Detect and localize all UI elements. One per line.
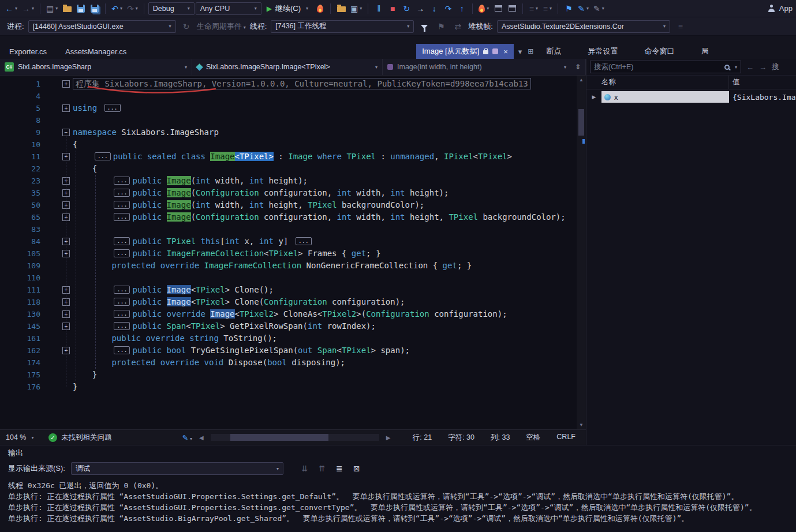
hot-reload-icon[interactable]: [313, 2, 326, 16]
member-dropdown[interactable]: Image(int width, int height) ▾ ⇕: [383, 59, 586, 75]
tool-window-tab[interactable]: 命令窗口: [644, 44, 674, 59]
search-next-icon[interactable]: →: [759, 63, 767, 72]
tool-window-tab[interactable]: 局: [701, 44, 708, 59]
search-box[interactable]: ▾: [590, 61, 741, 73]
pen-icon-1[interactable]: ✎▾: [576, 2, 591, 16]
bookmark-icon[interactable]: ⚑: [562, 2, 575, 16]
project-dropdown[interactable]: C# SixLabors.ImageSharp ▾: [0, 59, 192, 75]
tool-window-tab[interactable]: 断点: [546, 44, 561, 59]
pen-icon[interactable]: ✎▾: [182, 433, 193, 442]
value-column-header[interactable]: 值: [729, 77, 740, 87]
code-editor[interactable]: 1+程序集 SixLabors.ImageSharp, Version=1.0.…: [0, 76, 586, 429]
fold-toggle[interactable]: +: [62, 80, 70, 88]
forward-icon[interactable]: →▾: [20, 2, 36, 16]
collapsed-region[interactable]: ...: [114, 346, 130, 354]
status-space-mode[interactable]: 空格: [526, 433, 540, 443]
pause-icon[interactable]: ‖: [372, 2, 385, 16]
watch-name-cell[interactable]: x: [601, 91, 729, 103]
search-prev-icon[interactable]: ←: [746, 63, 754, 72]
watch-value-cell[interactable]: {SixLabors.Image: [729, 93, 796, 102]
expand-arrow-icon[interactable]: ▶: [586, 94, 601, 100]
goto-next-message-icon[interactable]: ⇊: [298, 462, 311, 475]
scrollbar-thumb[interactable]: [578, 109, 584, 136]
browse-folder-icon[interactable]: [335, 2, 347, 16]
document-health-indicator[interactable]: ✓ 未找到相关问题: [48, 433, 112, 443]
redo-icon[interactable]: ↷▾: [125, 2, 140, 16]
filter-icon[interactable]: [418, 20, 431, 33]
name-column-header[interactable]: 名称: [586, 76, 729, 89]
collapsed-region[interactable]: ...: [95, 152, 111, 160]
collapsed-region[interactable]: ...: [114, 201, 130, 209]
output-source-combo[interactable]: 调试 ▾: [71, 462, 283, 475]
status-col[interactable]: 列: 33: [491, 433, 510, 443]
split-editor-icon[interactable]: ⇕: [575, 63, 581, 71]
fold-toggle[interactable]: −: [62, 129, 70, 136]
stackframe-options-icon[interactable]: ≡: [674, 20, 687, 33]
lifecycle-refresh-icon[interactable]: ↻: [180, 20, 193, 33]
solution-platform-combo[interactable]: Any CPU▾: [196, 2, 261, 15]
undo-icon[interactable]: ↶▾: [110, 2, 124, 16]
new-file-icon[interactable]: ▤▾: [44, 2, 59, 16]
keep-open-icon[interactable]: [492, 48, 498, 54]
doc-tab[interactable]: Exporter.cs: [0, 44, 56, 59]
fold-toggle[interactable]: +: [62, 104, 70, 112]
step-over-icon[interactable]: ↷: [442, 2, 454, 16]
clear-all-icon[interactable]: ⊠: [350, 462, 363, 475]
status-char[interactable]: 字符: 30: [448, 433, 474, 443]
window-layout-icon-2[interactable]: [506, 2, 518, 16]
status-eol[interactable]: CRLF: [556, 433, 575, 443]
word-wrap-icon[interactable]: ≣: [333, 462, 346, 475]
flag-icon[interactable]: ⚑: [435, 20, 447, 33]
stop-icon[interactable]: ■: [386, 2, 399, 16]
hscroll-right-arrow[interactable]: ▶: [386, 434, 391, 441]
collapsed-region[interactable]: ...: [114, 237, 130, 245]
collapsed-region[interactable]: ...: [104, 104, 121, 112]
window-layout-icon-1[interactable]: [492, 2, 504, 16]
apply-code-changes-icon[interactable]: ▾: [477, 2, 491, 16]
vertical-scrollbar[interactable]: ▲ ▼: [577, 76, 586, 429]
save-all-icon[interactable]: [88, 2, 101, 16]
list-options-icon-2[interactable]: ≡▾: [541, 2, 554, 16]
search-input[interactable]: [594, 63, 721, 71]
list-options-icon-1[interactable]: ≡▾: [527, 2, 540, 16]
new-tab-group-icon[interactable]: ⊞: [528, 47, 533, 55]
back-icon[interactable]: ←▾: [3, 2, 19, 16]
collapsed-region[interactable]: ...: [114, 213, 130, 221]
status-line[interactable]: 行: 21: [413, 433, 432, 443]
collapsed-region[interactable]: ...: [114, 249, 130, 257]
lifecycle-events-dropdown[interactable]: 生命周期事件▾: [197, 21, 246, 32]
step-out-icon[interactable]: ↑: [455, 2, 468, 16]
type-dropdown[interactable]: SixLabors.ImageSharp.Image<TPixel> ▾: [192, 59, 383, 75]
restart-icon[interactable]: ↻: [400, 2, 413, 16]
tool-window-tab[interactable]: 异常设置: [588, 44, 618, 59]
screenshot-icon[interactable]: ▣▾: [349, 2, 364, 16]
collapsed-region[interactable]: ...: [296, 237, 312, 245]
zoom-control[interactable]: 104 % ▾: [6, 433, 42, 441]
process-combo[interactable]: [14460] AssetStudioGUI.exe▾: [28, 20, 176, 33]
open-folder-icon[interactable]: [61, 2, 73, 16]
hscroll-left-arrow[interactable]: ◀: [199, 434, 204, 441]
collapsed-region[interactable]: ...: [114, 310, 130, 318]
tab-image-metadata[interactable]: Image [从元数据] ×: [416, 44, 514, 59]
continue-button[interactable]: ▶继续(C)▾: [263, 2, 312, 16]
scroll-up-arrow[interactable]: ▲: [579, 77, 584, 83]
save-icon[interactable]: [74, 2, 87, 16]
open-documents-dropdown-icon[interactable]: ▾: [518, 47, 522, 56]
swap-threads-icon[interactable]: ⇄: [451, 20, 464, 33]
collapsed-region[interactable]: ...: [114, 177, 130, 185]
collapsed-region[interactable]: ...: [114, 286, 130, 294]
pen-icon-2[interactable]: ✎▾: [592, 2, 606, 16]
show-next-statement-icon[interactable]: →: [414, 2, 427, 16]
step-into-icon[interactable]: ↓: [428, 2, 440, 16]
collapsed-region[interactable]: ...: [114, 189, 130, 197]
collapsed-region[interactable]: ...: [114, 322, 130, 330]
doc-tab[interactable]: AssetsManager.cs: [56, 44, 136, 59]
feedback-icon[interactable]: [765, 2, 778, 16]
stackframe-combo[interactable]: AssetStudio.Texture2DExtensions.Cor▾: [497, 20, 670, 33]
collapsed-region[interactable]: ...: [114, 298, 130, 306]
hscrollbar-thumb[interactable]: [230, 434, 328, 441]
close-icon[interactable]: ×: [503, 47, 508, 56]
scroll-down-arrow[interactable]: ▼: [579, 422, 584, 428]
horizontal-scrollbar[interactable]: [211, 434, 379, 441]
thread-combo[interactable]: [7436] 工作线程▾: [271, 20, 414, 33]
